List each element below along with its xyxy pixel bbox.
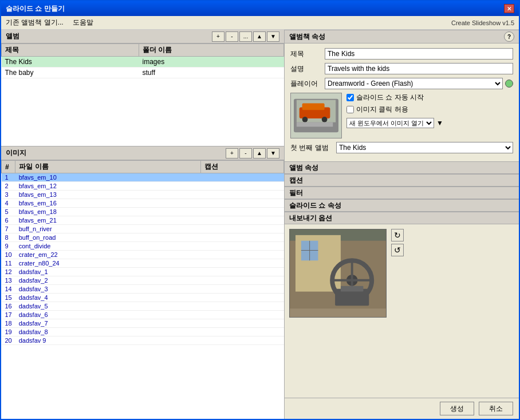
image-num: 19 [2,328,15,336]
image-num: 10 [2,251,15,259]
help-button[interactable]: ? [504,31,514,42]
first-album-select[interactable]: The Kids [336,142,513,153]
image-row[interactable]: 20dadsfav 9 [2,336,284,345]
album-col-title: 제목 [2,44,139,57]
album-props-collapsible-label: 앨범 속성 [289,163,318,173]
image-row[interactable]: 4bfavs_em_16 [2,199,284,208]
image-filename: bfavs_em_10 [15,173,201,182]
title-row: 제목 [290,48,513,60]
menubar: 기존 앨범책 열기... 도움말 Create Slideshow v1.5 [1,16,519,30]
album-props-collapsible[interactable]: 앨범 속성 [285,161,519,174]
openin-dropdown-icon: ▼ [436,119,443,127]
svg-rect-20 [290,308,386,317]
album-title: The baby [2,68,139,78]
image-row[interactable]: 1bfavs_em_10 [2,173,284,182]
rotate-ccw-button[interactable]: ↺ [391,244,404,256]
bottom-preview-section: ↻ ↺ [285,224,519,398]
image-caption [201,319,284,328]
openin-select[interactable]: 새 윈도우에서 이미지 열기 [346,118,434,128]
image-filename: bfavs_em_21 [15,216,201,225]
image-row[interactable]: 3bfavs_em_13 [2,191,284,199]
image-row[interactable]: 11crater_n80_24 [2,259,284,268]
titlebar-buttons: ✕ [504,4,514,13]
autostart-row: 슬라이드 쇼 자동 시작 [346,93,443,102]
image-num: 13 [2,276,15,285]
bottom-buttons: 생성 취소 [285,398,519,419]
export-collapsible[interactable]: 내보내기 옵션 [285,212,519,224]
filter-collapsible[interactable]: 필터 [285,187,519,199]
image-row[interactable]: 7buff_n_river [2,225,284,233]
image-filename: bfavs_em_12 [15,182,201,191]
image-row[interactable]: 8buff_on_road [2,233,284,242]
image-row[interactable]: 10crater_em_22 [2,251,284,259]
slideshow-props-collapsible[interactable]: 슬라이드 쇼 속성 [285,199,519,212]
image-filename: dadsfav_8 [15,328,201,336]
image-caption [201,311,284,319]
desc-input[interactable] [325,63,513,74]
image-caption [201,208,284,216]
image-num: 6 [2,216,15,225]
image-num: 7 [2,225,15,233]
image-up-button[interactable]: ▲ [253,148,266,159]
image-row[interactable]: 9cont_divide [2,242,284,251]
player-select[interactable]: Dreamworld - Green (Flash) [325,78,503,89]
image-row[interactable]: 5bfavs_em_18 [2,208,284,216]
cancel-button[interactable]: 취소 [479,402,513,415]
image-num: 12 [2,268,15,276]
images-section-header: 이미지 + - ▲ ▼ [1,146,284,160]
image-num: 18 [2,319,15,328]
menu-help[interactable]: 도움말 [73,18,93,27]
title-input[interactable] [325,48,513,60]
image-filename: buff_on_road [15,233,201,242]
image-row[interactable]: 12dadsfav_1 [2,268,284,276]
svg-rect-19 [341,286,363,292]
player-row: 플레이어 Dreamworld - Green (Flash) [290,78,513,89]
titlebar: 슬라이드 쇼 만들기 ✕ [1,1,519,16]
image-num: 3 [2,191,15,199]
image-caption [201,328,284,336]
image-remove-button[interactable]: - [239,148,252,159]
image-row[interactable]: 13dadsfav_2 [2,276,284,285]
image-filename: dadsfav_6 [15,311,201,319]
image-row[interactable]: 6bfavs_em_21 [2,216,284,225]
image-caption [201,285,284,294]
album-props-label: 앨범책 속성 [289,32,325,42]
image-row[interactable]: 19dadsfav_8 [2,328,284,336]
image-num: 14 [2,285,15,294]
close-button[interactable]: ✕ [504,4,514,13]
image-filename: dadsfav_4 [15,294,201,302]
imageclick-checkbox[interactable] [346,106,354,113]
svg-point-6 [322,117,328,122]
album-remove-button[interactable]: - [226,31,238,42]
image-row[interactable]: 18dadsfav_7 [2,319,284,328]
image-caption [201,182,284,191]
image-row[interactable]: 2bfavs_em_12 [2,182,284,191]
player-status-indicator [505,80,513,88]
image-row[interactable]: 16dadsfav_5 [2,302,284,311]
large-preview-image [289,229,387,318]
album-row[interactable]: The babystuff [2,68,284,78]
image-row[interactable]: 14dadsfav_3 [2,285,284,294]
slideshow-props-label: 슬라이드 쇼 속성 [289,201,341,211]
album-add-button[interactable]: + [212,31,224,42]
menu-open-album[interactable]: 기존 앨범책 열기... [6,18,64,27]
album-row[interactable]: The Kidsimages [2,57,284,68]
image-row[interactable]: 15dadsfav_4 [2,294,284,302]
bottom-right: ↻ ↺ 생성 취소 [285,224,519,419]
image-filename: dadsfav_1 [15,268,201,276]
caption-collapsible[interactable]: 캡션 [285,174,519,187]
image-caption [201,199,284,208]
imageclick-row: 이미지 클릭 허용 [346,105,443,114]
images-table: # 파일 이름 캡션 1bfavs_em_102bfavs_em_123bfav… [1,160,284,419]
image-down-button[interactable]: ▼ [267,148,279,159]
export-label: 내보내기 옵션 [289,213,332,223]
generate-button[interactable]: 생성 [440,402,474,415]
album-down-button[interactable]: ▼ [267,31,279,42]
image-num: 4 [2,199,15,208]
image-row[interactable]: 17dadsfav_6 [2,311,284,319]
album-up-button[interactable]: ▲ [253,31,266,42]
autostart-checkbox[interactable] [346,94,354,101]
album-more-button[interactable]: ... [239,31,252,42]
rotate-cw-button[interactable]: ↻ [391,229,404,241]
image-add-button[interactable]: + [226,148,238,159]
